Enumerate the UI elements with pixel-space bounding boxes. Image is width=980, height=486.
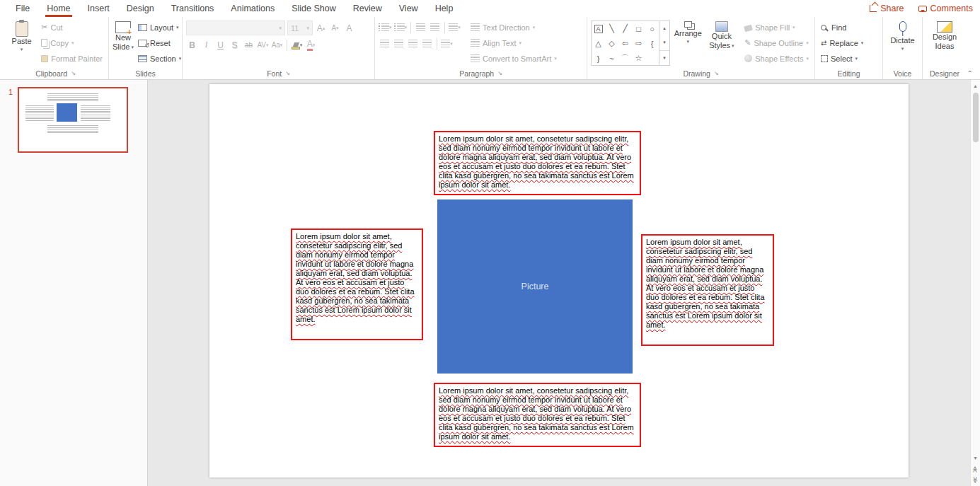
replace-label: Replace	[829, 39, 858, 47]
copy-button[interactable]: Copy ▾	[39, 36, 105, 50]
numbering-button[interactable]: ▾	[394, 21, 408, 34]
align-left-button[interactable]	[379, 37, 391, 50]
tab-home[interactable]: Home	[38, 0, 79, 17]
collapse-ribbon-button[interactable]: ⌃	[967, 69, 973, 77]
tab-insert[interactable]: Insert	[79, 0, 118, 17]
shape-arrow-left-icon[interactable]: ⇦	[618, 36, 632, 51]
shape-brace-left-icon[interactable]: {	[645, 36, 659, 51]
font-dialog-launcher-icon[interactable]: ↘	[285, 70, 290, 76]
strikethrough-button[interactable]: ab	[243, 38, 255, 52]
increase-font-size-button[interactable]: A▴	[315, 21, 327, 35]
comments-button[interactable]: Comments	[918, 4, 973, 13]
decrease-indent-button[interactable]	[415, 21, 427, 34]
italic-button[interactable]: I	[200, 38, 212, 52]
shape-brace-right-icon[interactable]: }	[592, 51, 605, 66]
align-text-button[interactable]: Align Text ▾	[468, 36, 559, 50]
shape-line-icon[interactable]: ╲	[605, 21, 618, 36]
align-center-button[interactable]	[393, 37, 405, 50]
chevron-down-icon: ▾	[279, 25, 282, 30]
font-size-combo[interactable]: 11 ▾	[287, 21, 313, 35]
drawing-dialog-launcher-icon[interactable]: ↘	[714, 70, 719, 76]
text-direction-button[interactable]: Text Direction ▾	[468, 21, 559, 34]
textbox-top[interactable]: Lorem ipsum dolor sit amet, consetetur s…	[434, 131, 641, 195]
increase-indent-button[interactable]	[429, 21, 441, 34]
shape-star-icon[interactable]: ☆	[632, 51, 645, 66]
textbox-right[interactable]: Lorem ipsum dolor sit amet, consetetur s…	[641, 234, 774, 346]
shape-arc-icon[interactable]: ⌒	[618, 51, 632, 66]
font-name-combo[interactable]: ▾	[186, 21, 285, 35]
dictate-button[interactable]: Dictate ▾	[887, 18, 918, 51]
bullets-button[interactable]: ▾	[379, 21, 392, 34]
arrange-button[interactable]: Arrange ▾	[672, 18, 704, 44]
text-highlight-color-button[interactable]: ▾	[291, 38, 303, 52]
font-color-button[interactable]: A ▾	[305, 38, 317, 52]
shapes-scroll-down-button[interactable]: ▾	[659, 35, 669, 50]
tab-transitions[interactable]: Transitions	[163, 0, 223, 17]
shape-curve-icon[interactable]: ~	[605, 51, 618, 66]
new-slide-icon	[115, 21, 131, 33]
line-spacing-button[interactable]: ▾	[449, 21, 461, 34]
design-ideas-button[interactable]: Design Ideas	[928, 18, 962, 50]
titlebar-actions: Share Comments	[870, 4, 973, 13]
columns-button[interactable]: ▾	[441, 37, 453, 50]
textbox-left[interactable]: Lorem ipsum dolor sit amet, consetetur s…	[291, 228, 423, 340]
text-shadow-button[interactable]: S	[229, 38, 241, 52]
share-button[interactable]: Share	[870, 4, 904, 13]
tab-view[interactable]: View	[391, 0, 427, 17]
scroll-up-button[interactable]: ▴	[971, 80, 980, 91]
reset-button[interactable]: Reset	[136, 36, 183, 50]
shape-triangle-icon[interactable]: △	[592, 36, 605, 51]
underline-button[interactable]: U	[214, 38, 226, 52]
shape-line-alt-icon[interactable]: ╱	[618, 21, 632, 36]
tab-review[interactable]: Review	[345, 0, 391, 17]
cut-button[interactable]: ✂ Cut	[39, 21, 105, 34]
quick-styles-button[interactable]: Quick Styles ▾	[706, 18, 738, 50]
tab-file[interactable]: File	[7, 0, 38, 17]
scroll-down-button[interactable]: ▾	[971, 452, 980, 463]
character-spacing-button[interactable]: AV ▾	[257, 38, 269, 52]
next-slide-button[interactable]: ≪	[971, 475, 980, 486]
shape-outline-button[interactable]: ✎ Shape Outline ▾	[742, 36, 811, 50]
shape-diamond-icon[interactable]: ◇	[605, 36, 618, 51]
reset-label: Reset	[150, 39, 171, 47]
align-right-button[interactable]	[407, 37, 419, 50]
picture-placeholder[interactable]: Picture	[437, 199, 633, 374]
textbox-bottom[interactable]: Lorem ipsum dolor sit amet, consetetur s…	[434, 383, 641, 447]
layout-button[interactable]: Layout ▾	[136, 21, 183, 34]
justify-button[interactable]	[421, 37, 433, 50]
shape-rectangle-icon[interactable]: □	[632, 21, 645, 36]
slide-1-thumbnail[interactable]	[18, 87, 128, 153]
numbering-icon	[394, 23, 405, 31]
tab-slide-show[interactable]: Slide Show	[283, 0, 345, 17]
previous-slide-button[interactable]: ≪	[971, 463, 980, 475]
paste-button[interactable]: Paste ▾	[6, 18, 37, 52]
shapes-scroll-up-button[interactable]: ▴	[659, 21, 669, 35]
select-button[interactable]: Select ▾	[819, 52, 865, 65]
highlighter-icon	[292, 47, 300, 50]
clear-formatting-button[interactable]: A	[343, 21, 355, 35]
scrollbar-thumb[interactable]	[973, 93, 979, 142]
shape-fill-button[interactable]: Shape Fill ▾	[742, 21, 811, 34]
chevron-down-icon: ▾	[405, 25, 408, 30]
shape-effects-button[interactable]: Shape Effects ▾	[742, 52, 811, 65]
shape-oval-icon[interactable]: ○	[645, 21, 659, 36]
shapes-more-button[interactable]: ▾	[659, 50, 669, 65]
shape-textbox-icon[interactable]: A	[592, 21, 605, 36]
replace-button[interactable]: ⇄ Replace ▾	[819, 36, 865, 50]
slide-canvas: Lorem ipsum dolor sit amet, consetetur s…	[148, 80, 970, 486]
slide-editing-area[interactable]: Lorem ipsum dolor sit amet, consetetur s…	[209, 84, 909, 478]
new-slide-button[interactable]: New Slide ▾	[113, 18, 134, 51]
clipboard-dialog-launcher-icon[interactable]: ↘	[71, 70, 76, 76]
shape-arrow-right-icon[interactable]: ⇨	[632, 36, 645, 51]
decrease-font-size-button[interactable]: A▾	[329, 21, 341, 35]
paragraph-dialog-launcher-icon[interactable]: ↘	[497, 70, 502, 76]
convert-to-smartart-button[interactable]: Convert to SmartArt ▾	[468, 52, 559, 65]
tab-animations[interactable]: Animations	[222, 0, 283, 17]
bold-button[interactable]: B	[186, 38, 198, 52]
section-button[interactable]: Section ▾	[136, 52, 183, 65]
tab-design[interactable]: Design	[118, 0, 163, 17]
format-painter-button[interactable]: Format Painter	[39, 52, 105, 65]
find-button[interactable]: Find	[819, 21, 865, 34]
change-case-button[interactable]: Aa ▾	[271, 38, 283, 52]
tab-help[interactable]: Help	[427, 0, 462, 17]
